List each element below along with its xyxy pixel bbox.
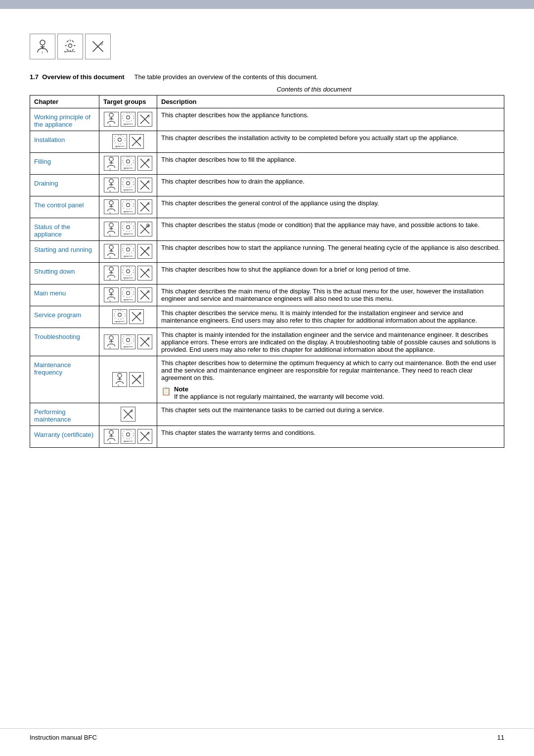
gear-icon-cell: Y⁻¹ [121,199,135,214]
table-row-desc-12: This chapter sets out the maintenance ta… [157,403,504,426]
svg-text:G: G [139,137,141,140]
cross-icon-cell: G [137,178,152,192]
section-header: 1.7 Overview of this document The table … [30,73,504,81]
table-row-chapter-10[interactable]: Troubleshooting [30,328,99,356]
cross-icon-cell: G [137,429,152,444]
person-icon-cell: 1 [104,199,119,214]
gear-icon-cell: Y⁻¹ [112,134,127,149]
person-icon-cell: 1 [104,222,119,236]
table-row-icons-1: Y⁻¹ G [99,131,157,153]
svg-text:1: 1 [109,278,111,280]
footer-left: Instruction manual BFC [30,734,97,741]
cross-icon-cell: G [137,334,152,349]
gear-icon-cell: Y⁻¹ [121,266,135,281]
svg-text:G: G [131,409,133,413]
svg-point-55 [127,203,130,207]
svg-text:1: 1 [109,346,111,349]
table-row-desc-4: This chapter describes the general contr… [157,196,504,218]
gear-icon-cell: Y⁻¹ [121,112,135,127]
table-row-desc-3: This chapter describes how to drain the … [157,175,504,196]
table-row-desc-7: This chapter describes how to shut the a… [157,263,504,284]
person-icon-cell: 1 [104,156,119,171]
person-icon-cell: 1 [104,334,119,349]
table-row-chapter-3[interactable]: Draining [30,175,99,196]
gear-icon-cell: Y⁻¹ [121,334,135,349]
table-row-icons-10: 1 Y⁻¹ G [99,328,157,356]
table-row-chapter-13[interactable]: Warranty (certificate) [30,426,99,448]
table-row-icons-2: 1 Y⁻¹ G [99,153,157,175]
svg-text:G: G [147,180,150,184]
table-row-chapter-12[interactable]: Performing maintenance [30,403,99,426]
svg-text:1: 1 [109,211,111,214]
table-row-chapter-1[interactable]: Installation [30,131,99,153]
table-row-chapter-6[interactable]: Starting and running [30,241,99,263]
svg-point-123 [118,373,122,377]
svg-text:G: G [147,290,150,293]
svg-text:Y⁻¹: Y⁻¹ [124,189,129,192]
table-row-desc-2: This chapter describes how to fill the a… [157,153,504,175]
table-row-chapter-0[interactable]: Working principle of the appliance [30,108,99,131]
table-row-icons-9: Y⁻¹ G [99,306,157,328]
section-intro: The table provides an overview of the co… [134,73,317,81]
table-row-chapter-4[interactable]: The control panel [30,196,99,218]
col-chapter: Chapter [30,95,99,108]
cross-icon-cell: G [129,134,144,149]
gear-icon-cell: Y⁻¹ [121,156,135,171]
header-icon-gear: Y⁻¹ [57,34,83,59]
table-row-chapter-11[interactable]: Maintenance frequency [30,356,99,403]
table-row-desc-9: This chapter describes the service menu.… [157,306,504,328]
person-icon-cell: 1 [104,178,119,192]
svg-text:Y⁻¹: Y⁻¹ [124,123,129,126]
table-row-chapter-8[interactable]: Main menu [30,284,99,306]
footer: Instruction manual BFC 11 [0,728,534,741]
svg-text:G: G [139,312,141,315]
table-row-icons-11: 1 G [99,356,157,403]
svg-point-78 [127,248,130,251]
table-row-chapter-2[interactable]: Filling [30,153,99,175]
table-row-icons-0: 1 Y⁻¹ G [99,108,157,131]
svg-point-112 [109,335,113,339]
table-row-desc-1: This chapter describes the installation … [157,131,504,153]
svg-text:G: G [147,268,150,272]
table-row-desc-5: This chapter describes the status (mode … [157,218,504,241]
table-row-chapter-9[interactable]: Service program [30,306,99,328]
person-icon-cell: 1 [104,266,119,281]
svg-text:G: G [147,114,150,118]
footer-right: 11 [497,734,504,741]
table-row-chapter-7[interactable]: Shutting down [30,263,99,284]
svg-point-22 [118,138,122,142]
table-row-icons-12: G [99,403,157,426]
header-icons: 1 Y⁻¹ G [30,34,504,59]
table-row-chapter-5[interactable]: Status of the appliance [30,218,99,241]
note-block-11: 📋 Note If the appliance is not regularly… [161,385,500,400]
gear-icon-cell: Y⁻¹ [121,429,135,444]
gear-icon-cell: Y⁻¹ [121,222,135,236]
overview-table: Chapter Target groups Description Workin… [30,95,504,448]
gear-icon-cell: Y⁻¹ [112,309,127,324]
table-row-icons-3: 1 Y⁻¹ G [99,175,157,196]
svg-point-117 [127,338,130,341]
svg-point-16 [127,116,130,119]
svg-text:G: G [147,337,150,340]
svg-point-89 [127,270,130,273]
svg-text:1: 1 [109,189,111,192]
svg-point-11 [109,113,113,117]
svg-text:G: G [147,431,150,435]
svg-text:Y⁻¹: Y⁻¹ [116,145,120,148]
gear-icon-cell: Y⁻¹ [121,244,135,259]
gear-icon-cell: Y⁻¹ [121,178,135,192]
cross-icon-cell: G [137,287,152,302]
svg-point-100 [127,291,130,295]
svg-point-139 [127,433,130,436]
gear-icon-cell: Y⁻¹ [121,287,135,302]
note-text-11: If the appliance is not regularly mainta… [174,393,384,400]
svg-point-106 [118,313,122,317]
svg-point-28 [109,157,113,161]
svg-point-5 [69,44,72,47]
header-icon-person: 1 [30,34,55,59]
svg-text:G: G [139,375,141,378]
header-icon-cross: G [85,34,111,59]
person-icon-cell: 1 [104,244,119,259]
svg-point-134 [109,430,113,434]
table-row-icons-13: 1 Y⁻¹ G [99,426,157,448]
